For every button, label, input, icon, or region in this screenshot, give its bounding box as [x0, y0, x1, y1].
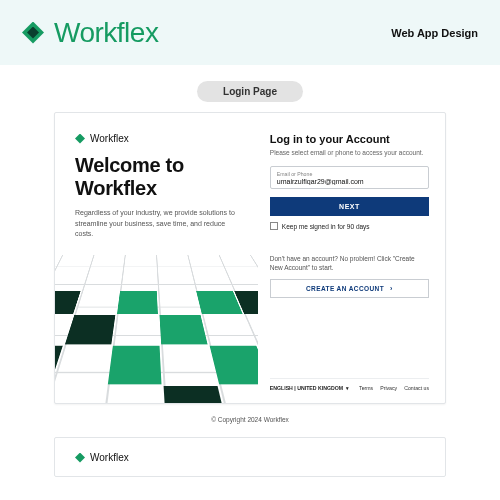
- peek-brand-name: Workflex: [90, 452, 129, 463]
- peek-brand: Workflex: [75, 452, 425, 463]
- card-brand: Workflex: [75, 133, 242, 144]
- legal-row: ENGLISH | UNITED KINGDOM ▾ Terms Privacy…: [270, 378, 429, 391]
- card-brand-name: Workflex: [90, 133, 129, 144]
- copyright-text: © Copyright 2024 Workflex: [0, 404, 500, 423]
- email-phone-field-wrap[interactable]: Email or Phone: [270, 166, 429, 189]
- no-account-text: Don't have an account? No problem! Click…: [270, 254, 429, 273]
- create-account-label: CREATE AN ACCOUNT: [306, 285, 384, 292]
- login-hint: Please select email or phone to access y…: [270, 149, 429, 156]
- peek-brand-icon: [75, 453, 85, 463]
- login-right-panel: Log in to your Account Please select ema…: [258, 113, 445, 403]
- card-brand-icon: [75, 134, 85, 144]
- next-card-peek: Workflex: [54, 437, 446, 477]
- keep-signed-in-checkbox[interactable]: [270, 222, 278, 230]
- keep-signed-in-label: Keep me signed in for 90 days: [282, 223, 370, 230]
- keep-signed-in-row: Keep me signed in for 90 days: [270, 222, 429, 230]
- terms-link[interactable]: Terms: [359, 385, 373, 391]
- brand-name: Workflex: [54, 17, 158, 49]
- create-account-button[interactable]: CREATE AN ACCOUNT ›: [270, 279, 429, 298]
- language-selector[interactable]: ENGLISH | UNITED KINGDOM ▾: [270, 385, 349, 391]
- perspective-grid-art: [55, 245, 258, 403]
- hero-banner: Workflex Web App Design: [0, 0, 500, 65]
- section-label-wrap: Login Page: [0, 65, 500, 112]
- section-label-pill: Login Page: [197, 81, 303, 102]
- brand-logo-icon: [22, 22, 44, 44]
- welcome-title: Welcome to Workflex: [75, 154, 242, 200]
- language-label: ENGLISH | UNITED KINGDOM: [270, 385, 343, 391]
- footer-links: Terms Privacy Contact us: [359, 385, 429, 391]
- login-card: Workflex Welcome to Workflex Regardless …: [54, 112, 446, 404]
- welcome-subtitle: Regardless of your industry, we provide …: [75, 208, 242, 240]
- login-heading: Log in to your Account: [270, 133, 429, 145]
- grid-plane: [55, 255, 258, 403]
- welcome-title-line1: Welcome to: [75, 154, 184, 176]
- privacy-link[interactable]: Privacy: [380, 385, 397, 391]
- chevron-right-icon: ›: [390, 285, 393, 292]
- contact-link[interactable]: Contact us: [404, 385, 429, 391]
- next-button[interactable]: NEXT: [270, 197, 429, 216]
- brand-lockup: Workflex: [22, 17, 158, 49]
- welcome-title-line2: Workflex: [75, 177, 157, 199]
- chevron-down-icon: ▾: [346, 385, 349, 391]
- login-left-panel: Workflex Welcome to Workflex Regardless …: [55, 113, 258, 403]
- email-phone-input[interactable]: [277, 177, 422, 185]
- hero-subtitle: Web App Design: [391, 27, 478, 39]
